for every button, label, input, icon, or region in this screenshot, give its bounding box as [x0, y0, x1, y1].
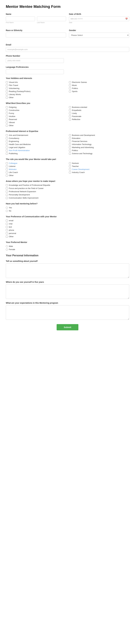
prof-nonprofit-checkbox[interactable]: [6, 150, 8, 152]
mentoring-no[interactable]: No: [6, 210, 129, 212]
hobby-electronic-games[interactable]: Electronic Games: [69, 81, 129, 83]
desc-empathetic-checkbox[interactable]: [69, 109, 71, 111]
prof-legal-checkbox[interactable]: [6, 146, 8, 148]
role-motivator-checkbox[interactable]: [6, 168, 8, 170]
desc-lively-checkbox[interactable]: [69, 112, 71, 114]
hobby-music-checkbox[interactable]: [69, 84, 71, 86]
mentoring-yes[interactable]: Yes: [6, 206, 129, 209]
desc-outgoing[interactable]: Outgoing: [6, 106, 66, 108]
prof-financial[interactable]: Financial Services: [69, 140, 129, 142]
prof-it-checkbox[interactable]: [69, 144, 71, 146]
pref-male[interactable]: Male: [6, 245, 129, 247]
desc-lively[interactable]: Lively: [69, 112, 129, 114]
prof-financial-checkbox[interactable]: [69, 140, 71, 142]
last-name-input[interactable]: [37, 16, 66, 21]
impact-personality-checkbox[interactable]: [6, 194, 8, 196]
prof-consultancy-checkbox[interactable]: [6, 137, 8, 139]
desc-empathetic[interactable]: Empathetic: [69, 109, 129, 111]
prof-business-checkbox[interactable]: [69, 134, 71, 136]
submit-button[interactable]: Submit: [56, 324, 78, 330]
prof-marketing[interactable]: Marketing and Advertising: [69, 146, 129, 148]
role-other-checkbox[interactable]: [6, 174, 8, 176]
hobby-politics-checkbox[interactable]: [69, 88, 71, 90]
five-years-textarea[interactable]: [6, 284, 129, 299]
prof-legal[interactable]: Legal and Litigation: [6, 146, 66, 148]
prof-publishing[interactable]: Publishing: [6, 152, 66, 154]
desc-reflective-checkbox[interactable]: [69, 118, 71, 120]
desc-business-oriented-checkbox[interactable]: [69, 106, 71, 108]
prof-politics-checkbox[interactable]: [69, 150, 71, 152]
prof-business[interactable]: Business and Development: [69, 134, 129, 136]
dob-input[interactable]: [69, 16, 129, 21]
hobby-sports[interactable]: Sports: [69, 90, 129, 92]
pref-male-radio[interactable]: [6, 245, 8, 247]
hobby-volunteering[interactable]: Volunteering: [6, 87, 66, 90]
hobby-film-travel[interactable]: Film Travel: [6, 84, 66, 86]
hobby-music[interactable]: Music: [69, 84, 129, 86]
impact-communication[interactable]: Communication Skills Improvement: [6, 197, 129, 199]
desc-intuitive[interactable]: Intuitive: [6, 115, 66, 118]
hobby-sports-checkbox[interactable]: [69, 90, 71, 92]
desc-other[interactable]: Other: [6, 124, 66, 126]
prof-marketing-checkbox[interactable]: [69, 146, 71, 148]
expectations-textarea[interactable]: [6, 305, 129, 320]
hobby-other[interactable]: Other: [6, 96, 66, 98]
tell-textarea[interactable]: [6, 264, 129, 278]
hobby-visual-arts-checkbox[interactable]: [6, 81, 8, 83]
role-teacher[interactable]: Teacher: [69, 165, 129, 167]
comm-other[interactable]: Other: [6, 236, 129, 238]
role-nurturer[interactable]: Nurturer: [69, 162, 129, 164]
desc-passionate[interactable]: Passionate: [69, 115, 129, 118]
hobby-visual-arts[interactable]: Visual Arts: [6, 81, 66, 83]
race-input[interactable]: [6, 33, 66, 38]
desc-constructive-checkbox[interactable]: [6, 109, 8, 111]
prof-healthcare[interactable]: Health Care and Medicine: [6, 143, 66, 146]
email-input[interactable]: [6, 47, 129, 52]
comm-text-checkbox[interactable]: [6, 226, 8, 228]
desc-funny[interactable]: Funny: [6, 112, 66, 114]
prof-arts[interactable]: Arts and Entertainment: [6, 134, 66, 136]
language-input[interactable]: [6, 70, 64, 74]
prof-science[interactable]: Science and Technology: [69, 152, 129, 154]
role-colleague[interactable]: Colleague: [6, 162, 66, 164]
prof-consultancy[interactable]: Consultancy: [6, 137, 66, 139]
desc-vibrant[interactable]: Vibrant: [6, 121, 66, 124]
mentoring-yes-radio[interactable]: [6, 207, 8, 209]
prof-nonprofit[interactable]: Non-Profit Administration: [6, 149, 66, 152]
comm-text[interactable]: text: [6, 226, 129, 228]
prof-politics[interactable]: Politics: [69, 149, 129, 152]
prof-education-checkbox[interactable]: [69, 137, 71, 139]
desc-reserved[interactable]: Reserved: [6, 118, 66, 120]
role-industry[interactable]: Industry Coach: [69, 171, 129, 174]
prof-publishing-checkbox[interactable]: [6, 152, 8, 154]
comm-phone[interactable]: phone: [6, 229, 129, 231]
desc-business-oriented[interactable]: Business-oriented: [69, 106, 129, 108]
impact-etiquette[interactable]: Knowledge and Practice of Professional E…: [6, 184, 129, 186]
prof-education[interactable]: Education: [69, 137, 129, 139]
impact-etiquette-checkbox[interactable]: [6, 184, 8, 186]
role-nurturer-checkbox[interactable]: [69, 162, 71, 164]
desc-outgoing-checkbox[interactable]: [6, 106, 8, 108]
impact-communication-checkbox[interactable]: [6, 197, 8, 199]
comm-personal-checkbox[interactable]: [6, 232, 8, 234]
desc-passionate-checkbox[interactable]: [69, 116, 71, 118]
first-name-input[interactable]: [6, 16, 35, 21]
hobby-literary-checkbox[interactable]: [6, 94, 8, 96]
impact-career-checkbox[interactable]: [6, 188, 8, 190]
desc-reserved-checkbox[interactable]: [6, 118, 8, 120]
prof-healthcare-checkbox[interactable]: [6, 144, 8, 146]
prof-it[interactable]: Information Technology: [69, 143, 129, 146]
desc-vibrant-checkbox[interactable]: [6, 122, 8, 124]
comm-email[interactable]: email: [6, 220, 129, 222]
impact-career[interactable]: Focus and practice on the Field of Caree…: [6, 187, 129, 190]
desc-reflective[interactable]: Reflective: [69, 118, 129, 120]
role-teacher-checkbox[interactable]: [69, 165, 71, 167]
hobby-film-travel-checkbox[interactable]: [6, 84, 8, 86]
role-career-checkbox[interactable]: [69, 168, 71, 170]
pref-female-radio[interactable]: [6, 248, 8, 250]
gender-select[interactable]: Please Select Male Female Non-binary Pre…: [69, 33, 129, 38]
hobby-reading[interactable]: Reading (Fantasy/Fiction): [6, 90, 66, 92]
impact-network-checkbox[interactable]: [6, 190, 8, 192]
comm-chat-checkbox[interactable]: [6, 223, 8, 225]
prof-engineering-checkbox[interactable]: [6, 140, 8, 142]
